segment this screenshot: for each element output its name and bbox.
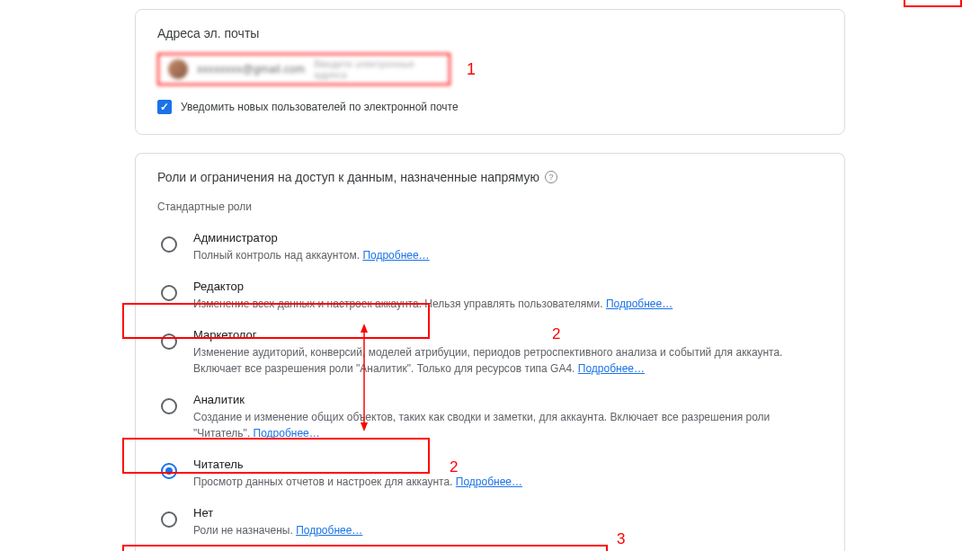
learn-more-link[interactable]: Подробнее… xyxy=(362,249,429,262)
annotation-3: 3 xyxy=(617,530,625,548)
learn-more-link[interactable]: Подробнее… xyxy=(296,524,362,537)
annotation-2-top: 2 xyxy=(552,325,560,343)
annotation-1: 1 xyxy=(467,60,476,79)
email-chip-text: xxxxxxxx@gmail.com xyxy=(197,63,305,76)
help-icon[interactable]: ? xyxy=(545,171,557,183)
notify-checkbox[interactable] xyxy=(157,100,172,114)
roles-header: Роли и ограничения на доступ к данным, н… xyxy=(157,170,823,184)
role-radio[interactable] xyxy=(161,511,177,528)
role-name: Редактор xyxy=(193,280,823,293)
role-body: МаркетологИзменение аудиторий, конверсий… xyxy=(193,328,823,377)
learn-more-link[interactable]: Подробнее… xyxy=(456,475,522,488)
role-item-3[interactable]: АналитикСоздание и изменение общих объек… xyxy=(157,386,823,450)
role-radio[interactable] xyxy=(161,463,177,479)
main-content: Адреса эл. почты xxxxxxxx@gmail.com Введ… xyxy=(0,0,980,551)
annotation-2-bottom: 2 xyxy=(450,458,458,476)
notify-row: Уведомить новых пользователей по электро… xyxy=(157,100,823,114)
role-body: РедакторИзменение всех данных и настроек… xyxy=(193,280,823,312)
role-desc: Изменение всех данных и настроек аккаунт… xyxy=(193,296,823,312)
role-desc: Просмотр данных отчетов и настроек для а… xyxy=(193,474,823,490)
role-desc: Роли не назначены. Подробнее… xyxy=(193,522,823,538)
role-name: Читатель xyxy=(193,458,823,471)
role-radio[interactable] xyxy=(161,285,177,301)
role-body: АналитикСоздание и изменение общих объек… xyxy=(193,393,823,441)
roles-title: Роли и ограничения на доступ к данным, н… xyxy=(157,170,539,184)
role-name: Нет xyxy=(193,506,823,520)
email-section-title: Адреса эл. почты xyxy=(157,26,823,40)
role-item-2[interactable]: МаркетологИзменение аудиторий, конверсий… xyxy=(157,321,823,386)
role-desc: Создание и изменение общих объектов, так… xyxy=(193,409,823,441)
role-item-1[interactable]: РедакторИзменение всех данных и настроек… xyxy=(157,272,823,321)
role-desc: Полный контроль над аккаунтом. Подробнее… xyxy=(193,247,823,263)
annotation-box-top-right xyxy=(904,0,962,7)
role-name: Администратор xyxy=(193,231,823,244)
role-name: Аналитик xyxy=(193,393,823,406)
email-chip-input[interactable]: xxxxxxxx@gmail.com Введите электронные а… xyxy=(157,53,450,85)
role-desc: Изменение аудиторий, конверсий, моделей … xyxy=(193,344,823,377)
role-body: ЧитательПросмотр данных отчетов и настро… xyxy=(193,458,823,490)
role-radio[interactable] xyxy=(161,333,177,350)
email-input-row: xxxxxxxx@gmail.com Введите электронные а… xyxy=(157,53,823,85)
roles-list: АдминистраторПолный контроль над аккаунт… xyxy=(157,224,823,547)
notify-label: Уведомить новых пользователей по электро… xyxy=(181,101,459,113)
avatar-icon xyxy=(168,59,188,79)
email-placeholder: Введите электронные адреса xyxy=(314,58,440,80)
roles-card: Роли и ограничения на доступ к данным, н… xyxy=(135,153,845,551)
role-name: Маркетолог xyxy=(193,328,823,342)
role-item-5[interactable]: НетРоли не назначены. Подробнее… xyxy=(157,499,823,547)
role-item-0[interactable]: АдминистраторПолный контроль над аккаунт… xyxy=(157,224,823,272)
standard-roles-label: Стандартные роли xyxy=(157,200,823,213)
learn-more-link[interactable]: Подробнее… xyxy=(606,298,673,310)
email-card: Адреса эл. почты xxxxxxxx@gmail.com Введ… xyxy=(135,9,845,135)
learn-more-link[interactable]: Подробнее… xyxy=(578,362,645,375)
role-body: НетРоли не назначены. Подробнее… xyxy=(193,506,823,538)
role-radio[interactable] xyxy=(161,398,177,414)
role-item-4[interactable]: ЧитательПросмотр данных отчетов и настро… xyxy=(157,450,823,499)
learn-more-link[interactable]: Подробнее… xyxy=(254,427,320,440)
role-body: АдминистраторПолный контроль над аккаунт… xyxy=(193,231,823,263)
role-radio[interactable] xyxy=(161,236,177,253)
